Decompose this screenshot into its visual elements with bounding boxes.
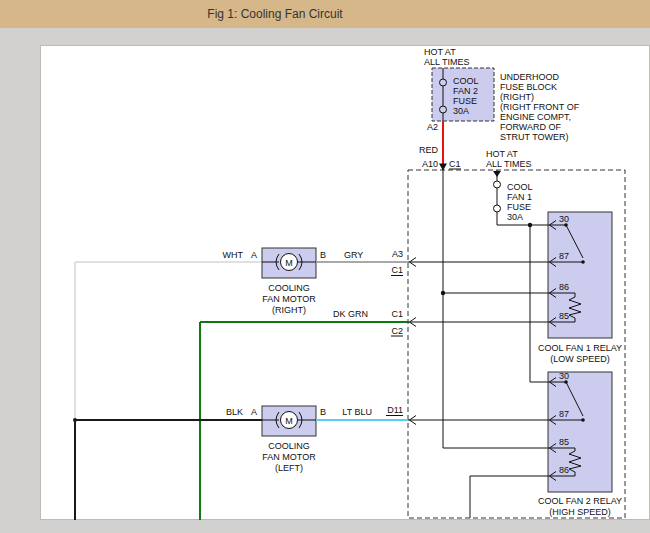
terminal-a-label: A [251, 250, 257, 260]
relay-1-box [548, 212, 612, 338]
fuse-block-location-note: UNDERHOOD FUSE BLOCK (RIGHT) (RIGHT FRON… [500, 72, 580, 142]
terminal-d11-label: D11 [387, 405, 403, 415]
connector-c1-green-label: C1 [391, 309, 403, 319]
note-line6: FORWARD OF [500, 122, 561, 132]
relay-1-name-line2: (LOW SPEED) [550, 354, 610, 364]
fuse-2-label-line4: 30A [453, 106, 469, 116]
note-line5: ENGINE COMPT, [500, 112, 571, 122]
fuse-1-label-line1: COOL [507, 182, 533, 192]
relay-2-pin-86: 86 [559, 465, 569, 475]
connector-arrows [410, 258, 417, 425]
relay-1-name-line1: COOL FAN 1 RELAY [538, 343, 622, 353]
hot-at-all-times-1-line2: ALL TIMES [424, 57, 470, 67]
terminal-a3-label: A3 [392, 249, 403, 259]
cool-fan-1-relay: 30 87 86 85 COOL FAN 1 RELAY (LOW SPEED) [538, 212, 622, 364]
connector-c1-top-label: C1 [449, 159, 461, 169]
motor-right-name-line1: COOLING [268, 283, 310, 293]
relay-1-pin-87: 87 [559, 251, 569, 261]
switch-contact-dot [581, 418, 585, 422]
wiring-diagram: HOT AT ALL TIMES COOL FAN 2 FUSE 30A UND… [0, 0, 650, 533]
relay-1-pin-85: 85 [559, 311, 569, 321]
junction-dot [441, 291, 445, 295]
motor-left-name-line2: FAN MOTOR [262, 452, 316, 462]
note-line2: FUSE BLOCK [500, 82, 557, 92]
note-line7: STRUT TOWER) [500, 132, 569, 142]
relay-2-pin-30: 30 [559, 371, 569, 381]
internal-wiring [408, 170, 548, 518]
junction-dot [528, 223, 532, 227]
cool-fan-2-relay: 30 87 85 86 COOL FAN 2 RELAY (HIGH SPEED… [538, 371, 622, 517]
relay-2-name-line1: COOL FAN 2 RELAY [538, 496, 622, 506]
fuse-1-symbol [494, 170, 501, 225]
fuse-1-label-line3: FUSE [507, 202, 531, 212]
cooling-fan-motor-left: BLK A M B LT BLU D11 COOLING FAN MOTOR (… [73, 405, 408, 520]
note-line1: UNDERHOOD [500, 72, 560, 82]
terminal-a10-label: A10 [422, 159, 438, 169]
motor-m-symbol: M [285, 258, 293, 268]
hot-at-all-times-2-line2: ALL TIMES [486, 159, 532, 169]
dk-grn-wire-label: DK GRN [333, 309, 368, 319]
motor-right-name-line2: FAN MOTOR [262, 294, 316, 304]
fuse-1-label-line4: 30A [507, 212, 523, 222]
junction-dot [73, 418, 77, 422]
terminal-a2-label: A2 [427, 122, 438, 132]
hot-at-all-times-2-line1: HOT AT [486, 149, 518, 159]
cool-fan-1-fuse: COOL FAN 1 FUSE 30A [493, 170, 533, 225]
relay-1-pin-86: 86 [559, 282, 569, 292]
gry-wire-label: GRY [344, 250, 363, 260]
hot-at-all-times-1-line1: HOT AT [424, 47, 456, 57]
relay-1-pin-30: 30 [559, 214, 569, 224]
fuse-1-label-line2: FAN 1 [507, 192, 532, 202]
underhood-fuse-block: HOT AT ALL TIMES COOL FAN 2 FUSE 30A UND… [424, 47, 580, 142]
motor-left-name-line3: (LEFT) [275, 463, 303, 473]
red-wire-label: RED [419, 145, 439, 155]
connector-c2-label: C2 [391, 326, 403, 336]
note-line4: (RIGHT FRONT OF [500, 102, 580, 112]
note-line3: (RIGHT) [500, 92, 534, 102]
fuse-2-label-line3: FUSE [453, 96, 477, 106]
terminal-b-label: B [320, 250, 326, 260]
switch-contact-dot [581, 260, 585, 264]
relay-2-pin-85: 85 [559, 437, 569, 447]
relay-2-pin-87: 87 [559, 409, 569, 419]
motor-left-name-line1: COOLING [268, 441, 310, 451]
cooling-fan-motor-right: WHT A M B GRY A3 C1 COOLING FAN MOTOR (R… [75, 248, 408, 420]
relay-2-name-line2: (HIGH SPEED) [549, 507, 611, 517]
terminal-a-label: A [251, 407, 257, 417]
lt-blu-wire-label: LT BLU [342, 407, 372, 417]
fuse-2-label-line2: FAN 2 [453, 86, 478, 96]
red-feed: A2 RED A10 C1 [419, 121, 461, 171]
motor-m-symbol: M [285, 416, 293, 426]
connector-c1-label: C1 [391, 265, 403, 275]
motor-right-name-line3: (RIGHT) [272, 305, 306, 315]
fuse-2-label-line1: COOL [453, 76, 479, 86]
relay-2-box [548, 372, 612, 492]
entry-arrow-down-icon [439, 164, 447, 171]
terminal-b-label: B [320, 407, 326, 417]
blk-wire-label: BLK [226, 407, 243, 417]
wht-wire-label: WHT [223, 250, 244, 260]
